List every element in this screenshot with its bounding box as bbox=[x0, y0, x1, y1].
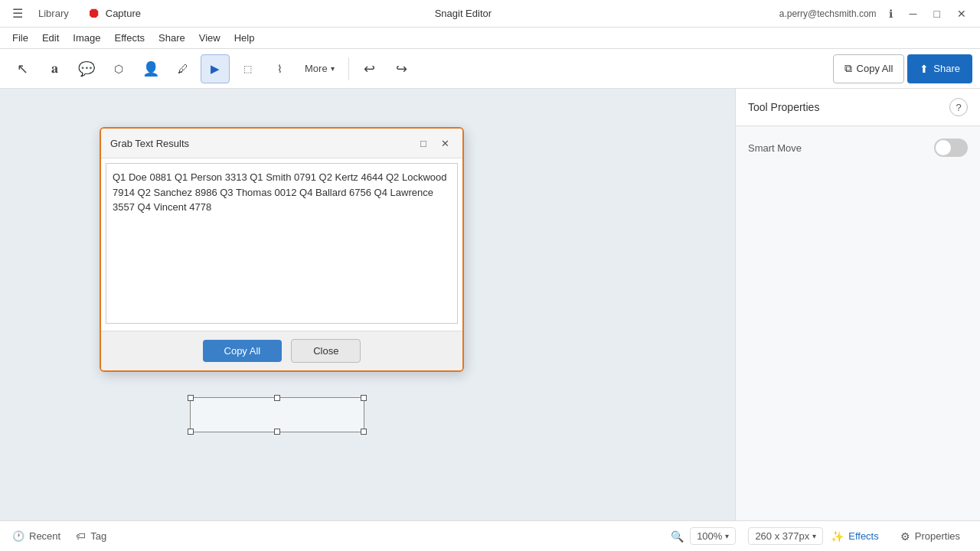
status-center: 🔍 100% ▾ 260 x 377px ▾ bbox=[671, 527, 823, 545]
more-button[interactable]: More ▾ bbox=[297, 54, 342, 83]
undo-button[interactable]: ↩ bbox=[355, 54, 384, 83]
properties-gear-icon: ⚙ bbox=[900, 530, 910, 543]
share-label: Share bbox=[933, 63, 960, 74]
handle-bottom-left[interactable] bbox=[188, 429, 194, 435]
effects-button[interactable]: ✨ Effects bbox=[823, 527, 887, 546]
menu-image[interactable]: Image bbox=[67, 30, 106, 46]
recent-icon: 🕐 bbox=[12, 530, 24, 542]
dialog-body: Q1 Doe 0881 Q1 Person 3313 Q1 Smith 0791… bbox=[101, 158, 462, 331]
maximize-button[interactable]: □ bbox=[929, 5, 945, 23]
main-area: Grab Text Results □ ✕ Q1 Doe 0881 Q1 Per… bbox=[0, 89, 980, 520]
tag-button[interactable]: 🏷 Tag bbox=[76, 530, 106, 542]
more-label: More bbox=[305, 63, 328, 74]
redo-button[interactable]: ↪ bbox=[387, 54, 416, 83]
effects-icon: ✨ bbox=[831, 530, 844, 543]
handle-top-middle[interactable] bbox=[274, 395, 280, 401]
user-email: a.perry@techsmith.com bbox=[779, 8, 877, 19]
status-right: ✨ Effects ⚙ Properties bbox=[823, 527, 968, 546]
tool-text[interactable]: 𝐚 bbox=[40, 54, 69, 83]
record-dot-icon: ⏺ bbox=[87, 5, 101, 21]
copy-all-label: Copy All bbox=[857, 63, 893, 74]
info-icon-button[interactable]: ℹ bbox=[884, 5, 897, 23]
zoom-chevron-icon: ▾ bbox=[725, 532, 729, 540]
menu-view[interactable]: View bbox=[193, 30, 227, 46]
right-panel: Tool Properties ? Smart Move bbox=[735, 89, 980, 520]
library-label: Library bbox=[38, 8, 69, 19]
share-button[interactable]: ⬆ Share bbox=[907, 54, 972, 83]
tool-arrow[interactable]: ↖ bbox=[8, 54, 37, 83]
close-button[interactable]: ✕ bbox=[952, 5, 971, 23]
tool-smart[interactable]: ⌇ bbox=[265, 54, 294, 83]
app-title: Snagit Editor bbox=[435, 8, 492, 19]
dialog-titlebar: Grab Text Results □ ✕ bbox=[101, 129, 462, 158]
copy-all-button[interactable]: ⧉ Copy All bbox=[833, 54, 905, 83]
properties-button[interactable]: ⚙ Properties bbox=[893, 527, 968, 546]
tool-selection[interactable]: ⬚ bbox=[233, 54, 262, 83]
dialog-copy-all-button[interactable]: Copy All bbox=[203, 340, 283, 362]
panel-title: Tool Properties bbox=[748, 101, 819, 113]
handle-top-left[interactable] bbox=[188, 395, 194, 401]
canvas-area[interactable]: Grab Text Results □ ✕ Q1 Doe 0881 Q1 Per… bbox=[0, 89, 735, 520]
handle-top-right[interactable] bbox=[361, 395, 367, 401]
zoom-control[interactable]: 100% ▾ bbox=[690, 527, 736, 545]
toolbar-separator-1 bbox=[348, 57, 349, 80]
menu-bar: File Edit Image Effects Share View Help bbox=[0, 28, 980, 49]
selection-box bbox=[190, 397, 364, 432]
dimensions-control[interactable]: 260 x 377px ▾ bbox=[748, 527, 823, 545]
handle-bottom-right[interactable] bbox=[361, 429, 367, 435]
minimize-button[interactable]: ─ bbox=[905, 5, 922, 23]
title-bar: ☰ Library ⏺ Capture Snagit Editor a.perr… bbox=[0, 0, 980, 28]
dimensions-label: 260 x 377px bbox=[755, 530, 809, 542]
handle-bottom-middle[interactable] bbox=[274, 429, 280, 435]
grab-text-dialog: Grab Text Results □ ✕ Q1 Doe 0881 Q1 Per… bbox=[100, 127, 464, 372]
status-left: 🕐 Recent 🏷 Tag bbox=[12, 530, 671, 542]
menu-share[interactable]: Share bbox=[152, 30, 191, 46]
smart-move-label: Smart Move bbox=[748, 142, 802, 154]
properties-label: Properties bbox=[915, 530, 960, 542]
hamburger-menu[interactable]: ☰ bbox=[9, 3, 26, 24]
recent-button[interactable]: 🕐 Recent bbox=[12, 530, 60, 542]
dialog-titlebar-buttons: □ ✕ bbox=[415, 135, 453, 152]
effects-label: Effects bbox=[848, 530, 879, 542]
tag-icon: 🏷 bbox=[76, 530, 86, 542]
menu-file[interactable]: File bbox=[6, 30, 34, 46]
more-chevron-icon: ▾ bbox=[331, 64, 335, 73]
menu-help[interactable]: Help bbox=[228, 30, 261, 46]
panel-body: Smart Move bbox=[736, 126, 980, 178]
zoom-label: 100% bbox=[697, 530, 722, 542]
tool-callout[interactable]: 💬 bbox=[72, 54, 101, 83]
capture-button[interactable]: ⏺ Capture bbox=[81, 2, 147, 24]
dialog-footer: Copy All Close bbox=[101, 331, 462, 370]
smart-move-row: Smart Move bbox=[748, 139, 968, 157]
dialog-maximize-button[interactable]: □ bbox=[415, 135, 432, 152]
dimensions-chevron-icon: ▾ bbox=[812, 532, 816, 540]
sidebar-toggle: ☰ Library ⏺ Capture bbox=[9, 2, 147, 24]
dialog-title: Grab Text Results bbox=[110, 138, 189, 149]
tool-select[interactable]: ▶ bbox=[201, 54, 230, 83]
library-button[interactable]: Library bbox=[32, 5, 75, 22]
tool-shape[interactable]: ⬡ bbox=[104, 54, 133, 83]
dialog-close-button[interactable]: ✕ bbox=[436, 135, 453, 152]
copy-icon: ⧉ bbox=[844, 62, 852, 75]
dialog-close-footer-button[interactable]: Close bbox=[291, 339, 361, 363]
search-icon: 🔍 bbox=[671, 530, 684, 543]
dialog-overlay: Grab Text Results □ ✕ Q1 Doe 0881 Q1 Per… bbox=[100, 127, 464, 372]
smart-move-toggle[interactable] bbox=[934, 139, 968, 157]
status-bar: 🕐 Recent 🏷 Tag 🔍 100% ▾ 260 x 377px ▾ ✨ … bbox=[0, 520, 980, 551]
capture-label: Capture bbox=[106, 8, 141, 19]
tag-label: Tag bbox=[90, 530, 106, 542]
title-bar-right: a.perry@techsmith.com ℹ ─ □ ✕ bbox=[779, 5, 971, 23]
tool-pen[interactable]: 🖊 bbox=[168, 54, 198, 83]
dialog-text-content[interactable]: Q1 Doe 0881 Q1 Person 3313 Q1 Smith 0791… bbox=[106, 163, 458, 324]
menu-effects[interactable]: Effects bbox=[109, 30, 152, 46]
tool-stamp[interactable]: 👤 bbox=[136, 54, 165, 83]
menu-edit[interactable]: Edit bbox=[36, 30, 65, 46]
panel-header: Tool Properties ? bbox=[736, 89, 980, 126]
panel-help-button[interactable]: ? bbox=[949, 98, 968, 116]
recent-label: Recent bbox=[29, 530, 60, 542]
share-icon: ⬆ bbox=[920, 63, 929, 75]
toolbar: ↖ 𝐚 💬 ⬡ 👤 🖊 ▶ ⬚ ⌇ More ▾ ↩ ↪ ⧉ Copy All … bbox=[0, 49, 980, 89]
